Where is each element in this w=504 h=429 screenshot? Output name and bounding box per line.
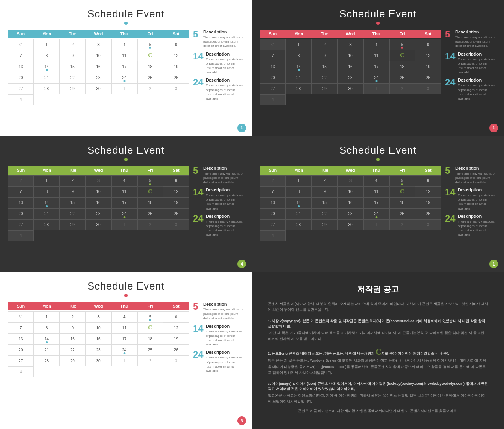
cal-cell: 16 [337, 61, 363, 72]
cal-cell: 19 [415, 197, 441, 208]
cal-cell: 6 [163, 175, 189, 186]
panel-2-title: Schedule Event [339, 8, 417, 20]
event-desc-7: There are many variations of passages of… [203, 171, 244, 185]
header-wed-5: Wed [85, 302, 111, 310]
cal-cell: 27 [8, 83, 34, 94]
cal-cell: 1 [111, 355, 137, 366]
cal-cell: 2 [311, 175, 337, 186]
cal-cell: 3 [85, 311, 111, 322]
header-sun-5: Sun [8, 302, 34, 310]
cal-cell: 29 [311, 83, 337, 94]
cal-cell: 8 [34, 50, 60, 61]
cal-cell: 6 [415, 39, 441, 50]
cal-cell: 22 [59, 208, 85, 219]
cal-cell: 28 [34, 219, 60, 230]
cal-cell: 8 [286, 186, 312, 197]
event-num-12: 24 [445, 214, 456, 223]
event-item-3: 24 Description There are many variations… [193, 78, 244, 101]
event-title-1: Description [203, 30, 244, 34]
event-item-15: 24 Description There are many variations… [193, 350, 244, 373]
cal-cell: 12 [163, 322, 189, 333]
cal-cell: 21 [34, 344, 60, 355]
cal-cell: 2 [389, 219, 415, 230]
cal-cell: 28 [286, 83, 312, 94]
cal-cell: 13 [8, 61, 34, 72]
cal-grid-2: 31 1 2 3 4 5 6 7 8 9 10 11 C 12 13 14 15… [260, 39, 441, 105]
header-thu-3: Thu [111, 166, 137, 175]
cal-cell: 11 [111, 50, 137, 61]
event-desc-15: There are many variations of passages of… [206, 355, 244, 373]
cal-cell: 20 [8, 208, 34, 219]
cal-cell: 9 [311, 50, 337, 61]
cal-cell: 8 [34, 322, 60, 333]
cal-cell: 31 [8, 311, 34, 322]
header-tue-5: Tue [59, 302, 85, 310]
event-title-15: Description [206, 350, 244, 355]
copyright-s2-title: 2. 폰트(font) 콘텐츠 내해의 서으는, 하은 폰드는, 네이에 나능균… [268, 347, 488, 357]
header-fri-4: Fri [389, 166, 415, 175]
panel-copyright: 저작권 공고 콘텐츠 세콤은 시(X)아서 한해! 내분의 협회에 소재하는 서… [252, 272, 504, 429]
cal-cell: 10 [337, 50, 363, 61]
cal-cell: 2 [59, 175, 85, 186]
event-item-7: 5 Description There are many variations … [193, 166, 244, 185]
event-title-5: Description [458, 52, 496, 56]
cal-cell: 27 [8, 355, 34, 366]
cal-cell: 1 [34, 39, 60, 50]
event-title-6: Description [458, 78, 496, 82]
event-desc-4: There are many variations of passages of… [455, 35, 496, 48]
cal-cell: 1 [34, 311, 60, 322]
header-thu: Thu [111, 30, 137, 38]
cal-cell: 16 [337, 197, 363, 208]
cal-cell: 26 [415, 72, 441, 83]
header-thu-4: Thu [363, 166, 389, 175]
event-desc-3: There are many variations of passages of… [206, 83, 244, 101]
cal-cell: 25 [137, 72, 163, 83]
header-tue-2: Tue [311, 30, 337, 38]
cal-cell: 22 [311, 72, 337, 83]
cal-cell: 4 [363, 175, 389, 186]
event-title-13: Description [203, 302, 244, 306]
cal-cell: 26 [163, 72, 189, 83]
cal-cell: 21 [286, 208, 312, 219]
cal-cell: 19 [163, 197, 189, 208]
cal-cell: 2 [59, 311, 85, 322]
header-thu-5: Thu [111, 302, 137, 310]
event-item-11: 14 Description There are many variations… [445, 188, 496, 211]
cal-cell: 11 [363, 50, 389, 61]
cal-cell: 27 [260, 83, 286, 94]
header-sat-3: Sat [163, 166, 189, 175]
cal-cell: 4 [111, 311, 137, 322]
header-sun-3: Sun [8, 166, 34, 175]
cal-grid-3: 31 1 2 3 4 5 6 7 8 9 10 11 C 12 13 14 15… [8, 175, 189, 241]
panel-4-title: Schedule Event [339, 144, 417, 156]
event-item-4: 5 Description There are many variations … [445, 30, 496, 48]
cal-cell: 22 [59, 72, 85, 83]
cal-cell-letter: C [137, 186, 163, 197]
event-desc-10: There are many variations of passages of… [455, 171, 496, 185]
cal-cell: 16 [85, 61, 111, 72]
cal-cell: 4 [8, 366, 34, 377]
cal-cell: 4 [363, 39, 389, 50]
page-badge-1: 1 [237, 124, 246, 132]
cal-cell: 24 [363, 208, 389, 219]
page-badge-5: 6 [237, 416, 246, 425]
cal-cell: 16 [85, 197, 111, 208]
cal-cell: 5 [137, 39, 163, 50]
events-sidebar-1: 5 Description There are many variations … [193, 30, 244, 101]
copyright-section-1: 1. 사장 7(copyright). 본콘 이 콘텐츠의 삭용 및 저작권은 … [268, 316, 488, 345]
panel-2-content: Sun Mon Tue Wed Thu Fri Sat 31 1 2 3 4 5… [260, 30, 496, 105]
cal-cell: 13 [8, 333, 34, 344]
cal-cell: 3 [337, 39, 363, 50]
cal-cell: 17 [111, 333, 137, 344]
cal-grid-4: 31 1 2 3 4 5 6 7 8 9 10 11 C 12 13 14 15… [260, 175, 441, 241]
header-fri-5: Fri [137, 302, 163, 310]
cal-cell: 31 [260, 39, 286, 50]
cal-cell: 13 [260, 61, 286, 72]
header-sun-4: Sun [260, 166, 286, 175]
event-num-5: 14 [445, 52, 456, 61]
events-sidebar-4: 5 Description There are many variations … [445, 166, 496, 237]
event-num-6: 24 [445, 78, 456, 87]
header-tue-3: Tue [59, 166, 85, 175]
cal-cell: 25 [389, 208, 415, 219]
event-num-11: 14 [445, 188, 456, 197]
